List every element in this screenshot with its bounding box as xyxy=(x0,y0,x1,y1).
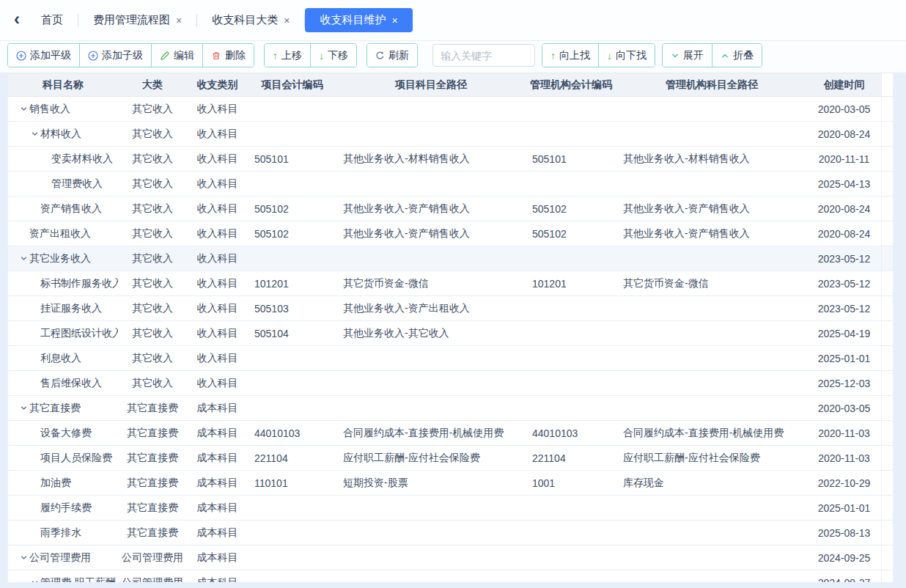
mgmt-subject-path-cell: 其他业务收入-资产销售收入 xyxy=(616,221,807,246)
table-row[interactable]: 销售收入 其它收入 收入科目 2020-03-05 xyxy=(8,97,893,122)
table-row[interactable]: 项目人员保险费 其它直接费 成本科目 221104 应付职工薪酬-应付社会保险费… xyxy=(8,446,893,471)
project-account-code-cell: 110101 xyxy=(248,471,336,495)
table-row[interactable]: 履约手续费 其它直接费 成本科目 2025-01-01 xyxy=(8,496,893,521)
chevron-down-icon[interactable] xyxy=(29,578,40,583)
table-row[interactable]: 管理费-职工薪酬 公司管理费用 成本科目 2024-09-27 xyxy=(8,570,893,583)
close-icon[interactable]: × xyxy=(284,15,290,26)
income-expense-type-cell: 成本科目 xyxy=(187,496,248,520)
expand-all-button[interactable]: 展开 xyxy=(663,44,712,67)
category-cell: 其它直接费 xyxy=(118,421,187,445)
tree-indent xyxy=(8,582,29,583)
table-row[interactable]: 工程图纸设计收入 其它收入 收入科目 505104 其他业务收入-其它收入 20… xyxy=(8,321,893,346)
table-row[interactable]: 变卖材料收入 其它收入 收入科目 505101 其他业务收入-材料销售收入 50… xyxy=(8,147,893,172)
category-cell: 其它直接费 xyxy=(118,496,187,520)
created-time-cell: 2020-11-03 xyxy=(807,446,881,470)
mgmt-account-code-cell xyxy=(526,570,616,583)
table-row[interactable]: 利息收入 其它收入 收入科目 2025-01-01 xyxy=(8,346,893,371)
delete-button[interactable]: 删除 xyxy=(203,44,254,67)
table-row[interactable]: 管理费收入 其它收入 收入科目 2025-04-13 xyxy=(8,172,893,196)
table-row[interactable]: 设备大修费 其它直接费 成本科目 44010103 合同履约成本-直接费用-机械… xyxy=(8,421,893,446)
table-row[interactable]: 售后维保收入 其它收入 收入科目 2025-12-03 xyxy=(8,371,893,396)
tree-indent xyxy=(8,507,29,508)
table-row[interactable]: 加油费 其它直接费 成本科目 110101 短期投资-股票 1001 库存现金 … xyxy=(8,471,893,496)
tab-subject-maintenance[interactable]: 收支科目维护 × xyxy=(305,8,412,32)
scrollbar-gutter xyxy=(881,421,894,445)
tab-subject-categories[interactable]: 收支科目大类 × xyxy=(197,8,304,32)
find-down-button[interactable]: ↓ 向下找 xyxy=(599,44,655,67)
move-down-button[interactable]: ↓ 下移 xyxy=(311,44,356,67)
tree-indent xyxy=(8,482,29,483)
column-header-category: 大类 xyxy=(118,73,187,97)
table-row[interactable]: 其它业务收入 其它收入 收入科目 2023-05-12 xyxy=(8,246,893,271)
subject-name-label: 利息收入 xyxy=(40,352,81,365)
income-expense-type-cell: 成本科目 xyxy=(187,521,248,545)
table-row[interactable]: 雨季排水 其它直接费 成本科目 2025-08-13 xyxy=(8,521,893,545)
income-expense-type-cell: 收入科目 xyxy=(187,321,248,345)
created-time-cell: 2025-04-13 xyxy=(807,172,881,196)
mgmt-account-code-cell xyxy=(526,172,616,196)
chevron-down-icon[interactable] xyxy=(18,554,29,562)
subject-name-label: 材料收入 xyxy=(40,128,81,141)
subject-name-label: 项目人员保险费 xyxy=(40,452,112,465)
chevron-down-icon[interactable] xyxy=(18,105,29,113)
collapse-all-button[interactable]: 折叠 xyxy=(712,44,762,67)
table-row[interactable]: 资产销售收入 其它收入 收入科目 505102 其他业务收入-资产销售收入 50… xyxy=(8,196,893,221)
move-up-button[interactable]: ↑ 上移 xyxy=(265,44,311,67)
add-sibling-button[interactable]: 添加平级 xyxy=(8,44,80,67)
subject-name-cell: 资产出租收入 xyxy=(8,221,118,246)
tree-indent xyxy=(8,557,18,558)
subject-name-label: 履约手续费 xyxy=(40,501,92,515)
income-expense-type-cell: 成本科目 xyxy=(187,421,248,445)
tab-home[interactable]: 首页 xyxy=(26,8,78,32)
table-row[interactable]: 其它直接费 其它直接费 成本科目 2020-03-05 xyxy=(8,396,893,421)
subject-name-label: 售后维保收入 xyxy=(40,377,102,390)
scrollbar-gutter xyxy=(881,570,894,583)
add-child-button[interactable]: 添加子级 xyxy=(80,44,152,67)
project-account-code-cell xyxy=(248,396,336,420)
edit-button[interactable]: 编辑 xyxy=(152,44,203,67)
refresh-button[interactable]: 刷新 xyxy=(367,44,417,67)
chevron-down-icon xyxy=(671,51,680,60)
subject-name-cell: 售后维保收入 xyxy=(8,371,118,395)
close-icon[interactable]: × xyxy=(176,15,182,26)
income-expense-type-cell: 收入科目 xyxy=(187,172,248,196)
category-cell: 其它直接费 xyxy=(118,521,187,545)
created-time-cell: 2023-05-12 xyxy=(807,246,881,271)
search-input[interactable] xyxy=(432,44,535,67)
table-row[interactable]: 资产出租收入 其它收入 收入科目 505102 其他业务收入-资产销售收入 50… xyxy=(8,221,893,246)
mgmt-account-code-cell: 505102 xyxy=(526,221,616,246)
scrollbar-gutter xyxy=(881,321,894,345)
tab-expense-flowchart[interactable]: 费用管理流程图 × xyxy=(78,8,196,32)
project-subject-path-cell xyxy=(336,570,526,583)
chevron-down-icon[interactable] xyxy=(18,404,29,412)
chevron-down-icon[interactable] xyxy=(18,254,29,262)
find-up-button[interactable]: ↑ 向上找 xyxy=(542,44,599,67)
table-body: 销售收入 其它收入 收入科目 2020-03-05 材料收入 其它收入 收入科目… xyxy=(8,97,893,583)
close-icon[interactable]: × xyxy=(391,15,397,26)
scrollbar-gutter xyxy=(881,246,894,271)
table-row[interactable]: 材料收入 其它收入 收入科目 2020-08-24 xyxy=(8,122,893,147)
subject-name-cell: 项目人员保险费 xyxy=(8,446,118,470)
category-cell: 其它直接费 xyxy=(118,471,187,495)
project-subject-path-cell xyxy=(336,346,526,370)
column-header-created-time: 创建时间 xyxy=(807,73,881,97)
table-row[interactable]: 挂证服务收入 其它收入 收入科目 505103 其他业务收入-资产出租收入 20… xyxy=(8,296,893,321)
tab-label: 收支科目大类 xyxy=(212,13,278,27)
project-subject-path-cell xyxy=(336,396,526,420)
move-button-group: ↑ 上移 ↓ 下移 xyxy=(264,43,357,67)
table-row[interactable]: 公司管理费用 公司管理费用 成本科目 2024-09-25 xyxy=(8,545,893,570)
scrollbar-gutter[interactable] xyxy=(881,73,894,97)
mgmt-account-code-cell xyxy=(526,396,616,420)
mgmt-subject-path-cell: 其它货币资金-微信 xyxy=(616,271,807,295)
table-row[interactable]: 标书制作服务收入 其它收入 收入科目 101201 其它货币资金-微信 1012… xyxy=(8,271,893,296)
subject-name-cell: 其它直接费 xyxy=(8,396,118,420)
back-chevron-icon[interactable]: ‹ xyxy=(7,10,26,31)
project-subject-path-cell: 其它货币资金-微信 xyxy=(336,271,526,295)
chevron-down-icon[interactable] xyxy=(29,130,40,138)
subject-name-label: 管理费收入 xyxy=(51,177,103,191)
category-cell: 其它收入 xyxy=(118,221,187,246)
project-subject-path-cell xyxy=(336,246,526,271)
tree-indent xyxy=(8,183,40,184)
scrollbar-gutter xyxy=(881,221,894,246)
subject-name-label: 其它直接费 xyxy=(29,402,81,415)
